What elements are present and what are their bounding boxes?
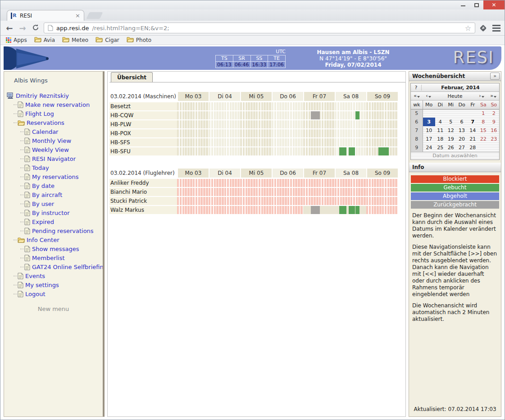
- day-slots[interactable]: [272, 138, 303, 146]
- sidebar-item-today[interactable]: Today: [4, 163, 103, 172]
- calendar-day[interactable]: 18: [435, 135, 446, 143]
- calendar-day[interactable]: 24: [423, 143, 435, 152]
- calendar-day[interactable]: 19: [446, 135, 456, 143]
- sidebar-item-info-center[interactable]: Info Center: [4, 235, 103, 244]
- day-slots[interactable]: [335, 138, 366, 146]
- calendar-day[interactable]: 1: [478, 109, 488, 118]
- calendar-day[interactable]: 9: [488, 118, 499, 126]
- day-slots[interactable]: [209, 129, 240, 137]
- close-button[interactable]: ✕: [483, 0, 505, 9]
- calendar-day[interactable]: 20: [456, 135, 467, 143]
- day-slots[interactable]: [303, 129, 335, 137]
- day-slots[interactable]: [366, 120, 398, 128]
- day-slots[interactable]: [335, 129, 366, 137]
- sidebar-item-monthly-view[interactable]: Monthly View: [4, 136, 103, 145]
- sidebar-item-make-new-reservation[interactable]: Make new reservation: [4, 100, 103, 109]
- tab-close-icon[interactable]: ×: [75, 12, 80, 19]
- day-slots[interactable]: [209, 197, 240, 205]
- day-slots[interactable]: [272, 111, 303, 119]
- prev-week-button[interactable]: ‹: [423, 93, 434, 99]
- calendar-day[interactable]: 8: [478, 118, 488, 126]
- sidebar-item-resi-navigator[interactable]: RESI Navigator: [4, 154, 103, 163]
- calendar-day[interactable]: 12: [446, 126, 456, 135]
- sidebar-item-by-aircraft[interactable]: By aircraft: [4, 190, 103, 199]
- sidebar-item-pending-reservations[interactable]: Pending reservations: [4, 226, 103, 235]
- day-slots[interactable]: [272, 188, 303, 196]
- day-slots[interactable]: [209, 188, 240, 196]
- day-slots[interactable]: [209, 147, 240, 155]
- day-slots[interactable]: [177, 197, 209, 205]
- calendar-day[interactable]: 11: [435, 126, 446, 135]
- calendar-month-title[interactable]: Februar, 2014: [422, 85, 499, 91]
- reservation-block-green[interactable]: [339, 206, 346, 214]
- reservation-block-green[interactable]: [349, 206, 355, 214]
- day-slots[interactable]: [366, 138, 398, 146]
- day-slots[interactable]: [366, 129, 398, 137]
- sidebar-item-weekly-view[interactable]: Weekly View: [4, 145, 103, 154]
- reservation-block-green[interactable]: [355, 111, 359, 119]
- day-slots[interactable]: [303, 138, 335, 146]
- day-slots[interactable]: [366, 188, 398, 196]
- forward-button[interactable]: →: [18, 23, 27, 33]
- calendar-day[interactable]: 4: [435, 118, 446, 126]
- day-slots[interactable]: [240, 147, 272, 155]
- day-slots[interactable]: [177, 138, 209, 146]
- day-slots[interactable]: [240, 102, 272, 110]
- calendar-day[interactable]: 7: [468, 118, 478, 126]
- reload-button[interactable]: [31, 23, 41, 33]
- day-slots[interactable]: [303, 120, 335, 128]
- collapse-panel-button[interactable]: »: [490, 73, 500, 80]
- next-week-button[interactable]: ›: [476, 93, 487, 99]
- day-slots[interactable]: [240, 138, 272, 146]
- bookmark-folder-cigar[interactable]: Cigar: [96, 37, 119, 44]
- day-slots[interactable]: [177, 147, 209, 155]
- day-slots[interactable]: [209, 111, 240, 119]
- bookmark-star-icon[interactable]: ☆: [465, 24, 471, 32]
- day-slots[interactable]: [240, 179, 272, 187]
- extension-icon[interactable]: [478, 23, 487, 32]
- minimize-button[interactable]: [456, 0, 470, 9]
- day-slots[interactable]: [335, 102, 366, 110]
- next-year-button[interactable]: »: [487, 93, 499, 99]
- day-slots[interactable]: [366, 111, 398, 119]
- calendar-day[interactable]: 2: [488, 109, 499, 118]
- calendar-day[interactable]: 26: [446, 143, 456, 152]
- calendar-day[interactable]: 3: [423, 118, 435, 126]
- day-slots[interactable]: [272, 129, 303, 137]
- day-slots[interactable]: [177, 188, 209, 196]
- maximize-button[interactable]: [470, 0, 483, 9]
- reservation-block-gray[interactable]: [311, 206, 320, 214]
- sidebar-item-events[interactable]: Events: [4, 271, 103, 280]
- bookmark-folder-meteo[interactable]: Meteo: [62, 37, 88, 44]
- sidebar-item-gat24-online-selfbriefing[interactable]: GAT24 Online Selfbriefing: [4, 262, 103, 271]
- calendar-day[interactable]: 10: [423, 126, 435, 135]
- new-tab-button[interactable]: [86, 12, 103, 19]
- day-slots[interactable]: [177, 206, 209, 214]
- calendar-day[interactable]: 6: [456, 118, 467, 126]
- calendar-day[interactable]: 23: [488, 135, 499, 143]
- browser-menu-icon[interactable]: [492, 25, 500, 32]
- day-slots[interactable]: [335, 111, 366, 119]
- day-slots[interactable]: [303, 102, 335, 110]
- day-slots[interactable]: [240, 120, 272, 128]
- calendar-day[interactable]: 28: [468, 143, 478, 152]
- sidebar-item-show-messages[interactable]: Show messages: [4, 244, 103, 253]
- calendar-day[interactable]: 15: [478, 126, 488, 135]
- day-slots[interactable]: [272, 147, 303, 155]
- day-slots[interactable]: [272, 120, 303, 128]
- day-slots[interactable]: [209, 206, 240, 214]
- sidebar-item-flight-log[interactable]: Flight Log: [4, 109, 103, 118]
- day-slots[interactable]: [177, 111, 209, 119]
- today-button[interactable]: Heute: [434, 93, 476, 99]
- calendar-day[interactable]: 14: [468, 126, 478, 135]
- sidebar-item-expired[interactable]: Expired: [4, 217, 103, 226]
- reservation-block-green[interactable]: [339, 147, 346, 155]
- calendar-day[interactable]: 16: [488, 126, 499, 135]
- calendar-day[interactable]: 25: [435, 143, 446, 152]
- sidebar-item-by-instructor[interactable]: By instructor: [4, 208, 103, 217]
- day-slots[interactable]: [240, 197, 272, 205]
- day-slots[interactable]: [240, 188, 272, 196]
- day-slots[interactable]: [209, 120, 240, 128]
- sidebar-item-my-settings[interactable]: My settings: [4, 280, 103, 289]
- prev-year-button[interactable]: «: [411, 93, 423, 99]
